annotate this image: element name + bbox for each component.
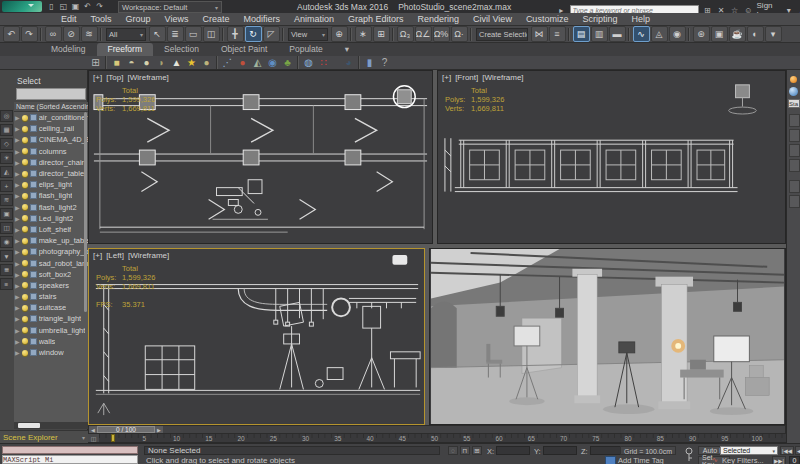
viewport-menu-plus[interactable]: [+] [93, 251, 102, 260]
ribbon-config-icon[interactable]: ▾ [334, 43, 360, 56]
undo-small-icon[interactable]: ↶ [82, 1, 93, 12]
z-coordinate-field[interactable] [590, 446, 624, 455]
viewport-top[interactable]: [+] [Top] [Wireframe] Total Polys:1,599,… [88, 70, 433, 244]
track-bar[interactable]: ◫ 51015202530354045505560657075808590951… [88, 434, 786, 443]
viewport-menu-plus[interactable]: [+] [93, 73, 102, 82]
display-warps-icon[interactable]: ≋ [0, 194, 13, 206]
display-helpers-icon[interactable]: + [0, 180, 13, 192]
mirror-icon[interactable]: ⋈ [531, 26, 548, 42]
menu-customize[interactable]: Customize [519, 13, 576, 26]
angle-snap-icon[interactable]: Ω∠ [415, 26, 432, 42]
display-geometry-icon[interactable]: ▦ [0, 124, 13, 136]
tab-populate[interactable]: Populate [278, 43, 334, 56]
display-cameras-icon[interactable]: ◭ [0, 166, 13, 178]
expand-arrow-icon[interactable]: ▶ [15, 271, 20, 278]
hide-toggle-bulb-icon[interactable] [22, 338, 28, 344]
object-type-button[interactable] [789, 159, 800, 172]
expand-arrow-icon[interactable]: ▶ [15, 204, 20, 211]
expand-arrow-icon[interactable]: ▶ [15, 192, 20, 199]
menu-scripting[interactable]: Scripting [575, 13, 624, 26]
select-rotate-icon[interactable]: ↻ [245, 26, 262, 42]
hide-toggle-bulb-icon[interactable] [22, 137, 28, 143]
explorer-row[interactable]: ▶stairs [14, 291, 88, 302]
explorer-name-column-header[interactable]: Name (Sorted Ascending) [14, 102, 88, 112]
sort-icon[interactable]: ≣ [0, 264, 13, 276]
explorer-row[interactable]: ▶soft_box2 [14, 269, 88, 280]
menu-rendering[interactable]: Rendering [411, 13, 467, 26]
use-pivot-center-icon[interactable]: ⊕ [331, 26, 348, 42]
explorer-row[interactable]: ▶triangle_light [14, 313, 88, 324]
explorer-vertical-scrollbar[interactable] [84, 112, 87, 312]
expand-arrow-icon[interactable]: ▶ [15, 170, 20, 177]
expand-arrow-icon[interactable]: ▶ [15, 125, 20, 132]
menu-views[interactable]: Views [158, 13, 196, 26]
hide-toggle-bulb-icon[interactable] [22, 159, 28, 165]
previous-frame-button[interactable]: ◀| [795, 446, 800, 455]
scrollbar-thumb[interactable] [18, 423, 40, 428]
curve-editor-icon[interactable]: ∿ [633, 26, 650, 42]
rain-icon[interactable]: ⋰ [220, 56, 235, 69]
unlink-selection-icon[interactable]: ⊘ [63, 26, 80, 42]
select-object-icon[interactable]: ↖ [149, 26, 166, 42]
undo-icon[interactable]: ↶ [3, 26, 20, 42]
explorer-row[interactable]: ▶flash_light [14, 190, 88, 201]
toggle-ribbon-icon[interactable]: ▬ [609, 26, 626, 42]
sphere-icon[interactable]: ● [139, 56, 154, 69]
explorer-row[interactable]: ▶walls [14, 336, 88, 347]
hide-toggle-bulb-icon[interactable] [22, 249, 28, 255]
expand-arrow-icon[interactable]: ▶ [15, 293, 20, 300]
hide-toggle-bulb-icon[interactable] [22, 148, 28, 154]
menu-tools[interactable]: Tools [84, 13, 119, 26]
menu-group[interactable]: Group [119, 13, 158, 26]
expand-arrow-icon[interactable]: ▶ [15, 338, 20, 345]
explorer-row[interactable]: ▶speakers [14, 280, 88, 291]
explorer-row[interactable]: ▶window [14, 347, 88, 358]
explorer-row[interactable]: ▶umbrella_light [14, 325, 88, 336]
hide-toggle-bulb-icon[interactable] [22, 226, 28, 232]
rectangular-region-icon[interactable]: ▭ [185, 26, 202, 42]
hide-toggle-bulb-icon[interactable] [22, 260, 28, 266]
column-icon[interactable]: ▮ [362, 56, 377, 69]
object-type-button[interactable] [789, 180, 800, 193]
application-menu-button[interactable] [2, 1, 42, 12]
track-bar-ruler[interactable]: 5101520253035404550556065707580859095100 [99, 434, 786, 442]
hide-toggle-bulb-icon[interactable] [22, 282, 28, 288]
add-time-tag-button[interactable]: Add Time Tag [618, 456, 664, 464]
create-tab-icon[interactable] [790, 76, 797, 83]
dark-sphere-icon[interactable]: ◕ [341, 56, 356, 69]
explorer-row[interactable]: ▶air_conditioner [14, 112, 88, 123]
explorer-row[interactable]: ▶director_chair [14, 157, 88, 168]
find-icon[interactable]: ◎ [0, 110, 13, 122]
save-file-icon[interactable]: ▣ [70, 1, 81, 12]
geometry-category-icon[interactable] [789, 87, 798, 96]
hierarchy-icon[interactable]: ≡ [0, 278, 13, 290]
geosphere-icon[interactable]: ● [199, 56, 214, 69]
viewport-shading-label[interactable]: [Wireframe] [128, 251, 169, 260]
hide-toggle-bulb-icon[interactable] [22, 115, 28, 121]
go-to-end-button[interactable]: ▶▶| [772, 456, 786, 464]
expand-arrow-icon[interactable]: ▶ [15, 260, 20, 267]
hide-toggle-bulb-icon[interactable] [22, 204, 28, 210]
object-type-button[interactable] [789, 144, 800, 157]
render-production-icon[interactable]: ☕ [729, 26, 746, 42]
explorer-row[interactable]: ▶flash_light2 [14, 202, 88, 213]
hide-toggle-bulb-icon[interactable] [22, 171, 28, 177]
x-coordinate-field[interactable] [496, 446, 530, 455]
expand-arrow-icon[interactable]: ▶ [15, 181, 20, 188]
explorer-row[interactable]: ▶CINEMA_4D_Editor [14, 134, 88, 145]
macro-recorder-field[interactable] [2, 446, 138, 454]
next-key-icon[interactable]: ▶ [155, 426, 163, 433]
go-to-start-button[interactable]: |◀◀ [780, 446, 794, 455]
spinner-snap-icon[interactable]: Ω· [451, 26, 468, 42]
viewport-menu-plus[interactable]: [+] [442, 73, 451, 82]
viewport-view-label[interactable]: [Left] [106, 251, 124, 260]
foliage-icon[interactable]: ♣ [280, 56, 295, 69]
hide-toggle-bulb-icon[interactable] [22, 238, 28, 244]
explorer-row[interactable]: ▶make_up_table [14, 235, 88, 246]
reference-coordinate-dropdown[interactable]: View▾ [288, 28, 328, 41]
snaps-toggle-icon[interactable]: Ω₃ [397, 26, 414, 42]
percent-snap-icon[interactable]: Ω% [433, 26, 450, 42]
object-type-button[interactable] [789, 114, 800, 127]
redo-small-icon[interactable]: ↷ [94, 1, 105, 12]
explorer-row[interactable]: ▶columns [14, 146, 88, 157]
